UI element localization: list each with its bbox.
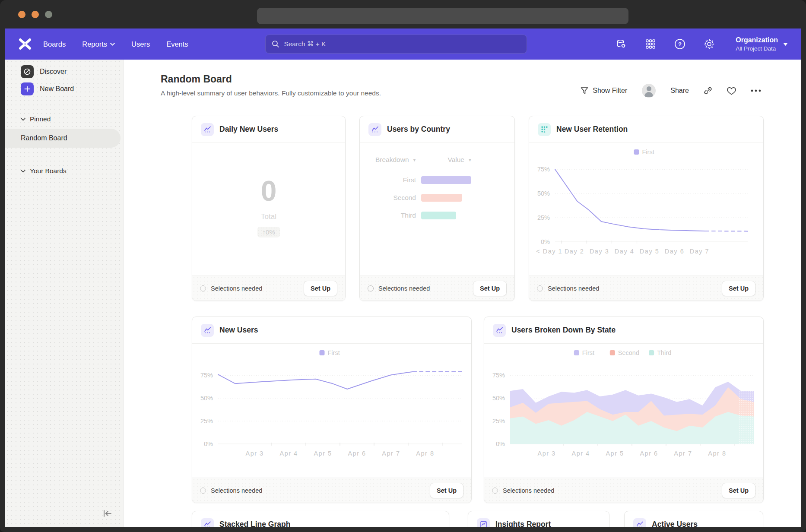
svg-text:Apr 8: Apr 8 (708, 450, 726, 457)
share-button[interactable]: Share (670, 87, 689, 95)
svg-text:Day 7: Day 7 (690, 248, 709, 255)
caret-down-icon (783, 43, 788, 46)
svg-text:75%: 75% (492, 372, 505, 379)
card-header: New Users (192, 317, 471, 344)
line-chart-icon (493, 324, 506, 337)
search-bar[interactable] (265, 35, 527, 54)
page-subtitle: A high-level summary of user behaviors. … (161, 89, 381, 97)
line-chart-icon (201, 123, 214, 136)
org-switcher[interactable]: Organization All Project Data (736, 36, 788, 52)
value-dropdown[interactable]: Value ▼ (447, 156, 472, 164)
avatar[interactable] (642, 84, 656, 98)
sidebar: Discover New Board Pinned Random Board (5, 60, 124, 527)
card-footer: Selections needed Set Up (192, 478, 471, 503)
footer-status: Selections needed (211, 285, 262, 292)
svg-text:25%: 25% (537, 214, 550, 221)
bar-label: First (360, 176, 416, 184)
chevron-down-icon (21, 170, 25, 173)
top-navbar: Boards Reports Users Events (5, 28, 801, 60)
app: Boards Reports Users Events (5, 28, 801, 527)
breakdown-dropdown[interactable]: Breakdown ▼ (375, 156, 416, 164)
heart-icon (727, 87, 736, 95)
state-area-chart: 0%25%50%75%Apr 3Apr 4Apr 5Apr 6Apr 7Apr … (484, 344, 763, 478)
svg-text:Day 3: Day 3 (590, 248, 609, 255)
value-label: Value (447, 156, 464, 164)
favorite-button[interactable] (727, 87, 736, 95)
card-header: Users Broken Down By State (484, 317, 763, 344)
sidebar-collapse-button[interactable] (102, 509, 113, 519)
nav-link-boards[interactable]: Boards (43, 40, 66, 48)
window-minimize-button[interactable] (32, 11, 39, 18)
metric-delta-badge: ↑0% (257, 227, 279, 238)
svg-text:Apr 7: Apr 7 (382, 450, 400, 457)
set-up-button[interactable]: Set Up (722, 281, 755, 296)
set-up-button[interactable]: Set Up (430, 483, 463, 498)
svg-text:50%: 50% (537, 190, 550, 197)
sidebar-item-new-board[interactable]: New Board (5, 80, 123, 98)
svg-text:50%: 50% (492, 395, 505, 402)
bar-label: Third (360, 212, 416, 219)
svg-text:Day 4: Day 4 (615, 248, 634, 255)
svg-text:First: First (328, 349, 340, 356)
more-options-button[interactable] (751, 89, 761, 92)
card-title: Users by Country (387, 125, 450, 134)
apps-grid-icon[interactable] (645, 38, 656, 50)
line-chart-icon (201, 324, 214, 337)
svg-text:First: First (642, 149, 654, 155)
window-zoom-button[interactable] (45, 11, 52, 18)
sidebar-item-label: New Board (40, 85, 74, 93)
card-title: New User Retention (556, 125, 628, 134)
svg-text:Day 6: Day 6 (665, 248, 684, 255)
metric-value: 0 (261, 174, 277, 207)
help-icon[interactable]: ? (674, 38, 685, 50)
sidebar-item-discover[interactable]: Discover (5, 63, 123, 80)
footer-status: Selections needed (548, 285, 599, 292)
card-new-users: New Users 0%25%50%75%Apr 3Apr 4Apr 5Apr … (192, 317, 472, 503)
card-active-users: Active Users (624, 511, 763, 527)
nav-link-label: Reports (82, 40, 107, 48)
collapse-left-icon (102, 509, 113, 518)
card-title: Stacked Line Graph (219, 520, 290, 527)
card-footer: Selections needed Set Up (529, 276, 763, 301)
footer-status: Selections needed (503, 487, 554, 494)
radio-icon (200, 285, 206, 291)
card-footer: Selections needed Set Up (192, 276, 345, 301)
nav-link-users[interactable]: Users (131, 40, 150, 48)
show-filter-button[interactable]: Show Filter (581, 87, 627, 95)
board-main: Random Board A high-level summary of use… (124, 60, 801, 527)
radio-icon (368, 285, 374, 291)
plus-icon (21, 82, 34, 95)
metric-body: 0 Total ↑0% (192, 139, 345, 272)
radio-icon (492, 488, 498, 494)
set-up-button[interactable]: Set Up (473, 281, 507, 296)
svg-text:Second: Second (618, 349, 639, 356)
page-title: Random Board (161, 73, 381, 85)
card-footer: Selections needed Set Up (360, 276, 514, 301)
bar-third (421, 212, 456, 219)
bar-row: Second (360, 193, 514, 202)
sidebar-section-pinned[interactable]: Pinned (5, 113, 123, 125)
nav-link-reports[interactable]: Reports (82, 40, 115, 48)
sidebar-item-random-board[interactable]: Random Board (5, 129, 121, 148)
sidebar-section-your-boards[interactable]: Your Boards (5, 165, 123, 177)
mixpanel-logo[interactable] (18, 38, 32, 50)
section-label: Your Boards (30, 167, 67, 175)
set-up-button[interactable]: Set Up (304, 281, 337, 296)
org-name: Organization (736, 36, 778, 44)
data-management-icon[interactable] (616, 38, 627, 50)
window-close-button[interactable] (18, 11, 25, 18)
settings-gear-icon[interactable] (704, 38, 715, 50)
new-users-chart: 0%25%50%75%Apr 3Apr 4Apr 5Apr 6Apr 7Apr … (192, 344, 471, 478)
nav-link-events[interactable]: Events (166, 40, 188, 48)
radio-icon (200, 488, 206, 494)
svg-text:Day 2: Day 2 (565, 248, 584, 255)
copy-link-button[interactable] (704, 86, 712, 95)
svg-text:Apr 4: Apr 4 (571, 450, 590, 457)
set-up-button[interactable]: Set Up (722, 483, 755, 498)
url-bar[interactable] (257, 8, 628, 24)
svg-text:Apr 3: Apr 3 (538, 450, 556, 457)
svg-text:Apr 8: Apr 8 (416, 450, 434, 457)
search-input[interactable] (284, 40, 520, 48)
card-title: Users Broken Down By State (511, 326, 616, 335)
svg-text:Third: Third (657, 349, 671, 356)
